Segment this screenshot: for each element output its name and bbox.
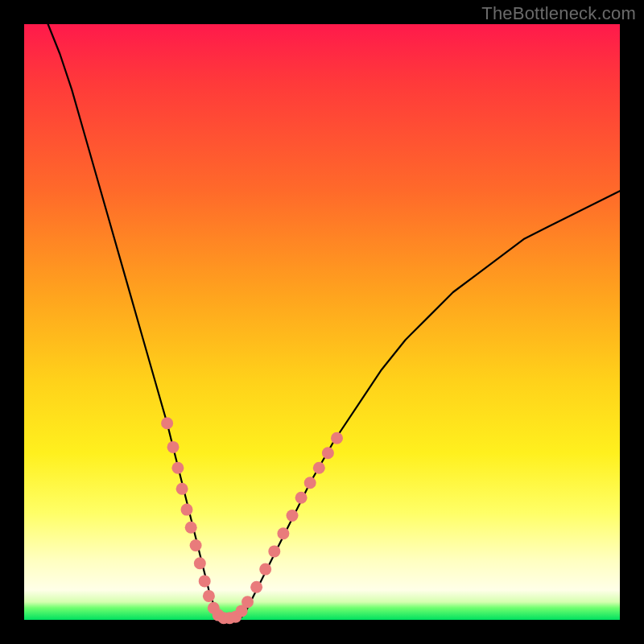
curve-marker bbox=[167, 441, 180, 453]
watermark-text: TheBottleneck.com bbox=[481, 3, 636, 24]
curve-marker bbox=[322, 447, 334, 459]
curve-marker bbox=[268, 545, 280, 557]
curve-marker bbox=[250, 581, 262, 593]
curve-marker bbox=[287, 510, 299, 522]
curve-marker bbox=[313, 462, 325, 474]
curve-marker bbox=[295, 492, 308, 504]
curve-marker bbox=[181, 504, 193, 516]
curve-marker bbox=[161, 417, 173, 429]
plot-area bbox=[24, 24, 620, 620]
curve-marker bbox=[203, 590, 215, 602]
curve-marker bbox=[176, 483, 188, 495]
bottleneck-curve bbox=[48, 24, 620, 620]
curve-marker bbox=[304, 477, 316, 489]
curve-markers-group bbox=[161, 417, 343, 624]
curve-marker bbox=[259, 564, 271, 576]
curve-marker bbox=[199, 575, 211, 587]
chart-frame: TheBottleneck.com bbox=[0, 0, 644, 644]
curve-marker bbox=[242, 596, 254, 608]
curve-marker bbox=[331, 432, 343, 444]
curve-marker bbox=[190, 539, 202, 551]
curve-marker bbox=[171, 462, 184, 474]
chart-svg bbox=[24, 24, 620, 620]
curve-marker bbox=[277, 527, 289, 539]
curve-marker bbox=[185, 522, 197, 534]
curve-marker bbox=[194, 557, 206, 569]
